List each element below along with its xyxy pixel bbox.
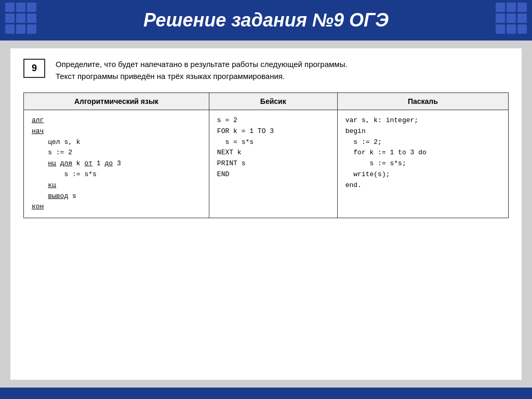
algo-keyword-alg: алг — [32, 116, 44, 124]
algo-keyword-do: до — [104, 159, 113, 167]
cell-pascal: var s, k: integer; begin s := 2; for k :… — [337, 110, 508, 218]
dot — [517, 24, 527, 34]
code-table: Алгоритмический язык Бейсик Паскаль алг … — [23, 92, 509, 218]
dot — [517, 3, 527, 12]
dot — [507, 24, 516, 34]
task-description-line1: Определите, что будет напечатано в резул… — [56, 60, 348, 69]
table-row: алг нач цел s, k s := 2 нц для k от 1 до… — [24, 110, 509, 218]
algo-keyword-vivod: вывод — [48, 192, 68, 200]
dot — [517, 14, 527, 23]
dot — [16, 3, 25, 12]
dot — [5, 14, 15, 23]
dot — [16, 24, 25, 34]
algo-keyword-kc: кц — [48, 181, 56, 189]
col-header-algo: Алгоритмический язык — [24, 93, 209, 110]
table-header-row: Алгоритмический язык Бейсик Паскаль — [24, 93, 509, 110]
dot — [496, 3, 505, 12]
task-header: 9 Определите, что будет напечатано в рез… — [23, 59, 509, 82]
algo-keyword-ot: от — [84, 159, 92, 167]
bottom-bar — [0, 388, 532, 399]
header-decoration-right — [496, 3, 527, 34]
cell-basic: s = 2 FOR k = 1 TO 3 s = s*s NEXT k PRIN… — [209, 110, 337, 218]
dot — [27, 14, 36, 23]
algo-keyword-nc: нц — [48, 159, 56, 167]
col-header-pascal: Паскаль — [337, 93, 508, 110]
dot — [507, 3, 516, 12]
page-title: Решение задания №9 ОГЭ — [143, 9, 389, 31]
header-decoration-left — [5, 3, 36, 34]
dot — [496, 14, 505, 23]
algo-keyword-dlya: для — [60, 159, 72, 167]
dot — [507, 14, 516, 23]
dot — [5, 3, 15, 12]
dot — [5, 24, 15, 34]
cell-algo: алг нач цел s, k s := 2 нц для k от 1 до… — [24, 110, 209, 218]
header: Решение задания №9 ОГЭ — [0, 0, 532, 41]
dot — [16, 14, 25, 23]
dot — [27, 3, 36, 12]
dot — [27, 24, 36, 34]
page-wrapper: Решение задания №9 ОГЭ 9 Определите, что… — [0, 0, 532, 399]
task-description-line2: Текст программы приведён на трёх языках … — [56, 72, 285, 81]
algo-keyword-nach: нач — [32, 127, 44, 135]
task-description: Определите, что будет напечатано в резул… — [56, 59, 509, 82]
col-header-basic: Бейсик — [209, 93, 337, 110]
algo-keyword-kon: кон — [32, 203, 44, 210]
dot — [496, 24, 505, 34]
content-area: 9 Определите, что будет напечатано в рез… — [10, 48, 522, 380]
task-number: 9 — [23, 59, 45, 78]
